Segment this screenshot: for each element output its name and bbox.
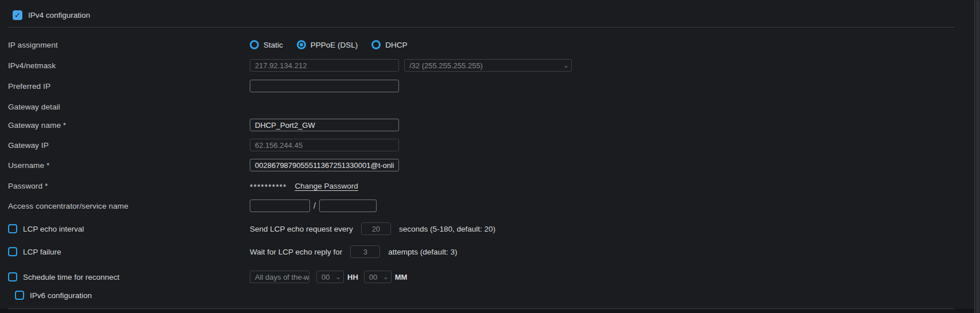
- lcp-echo-interval-label: LCP echo interval: [23, 225, 84, 233]
- schedule-reconnect-row: Schedule time for reconnect All days of …: [0, 270, 980, 284]
- gateway-name-row: Gateway name *: [0, 119, 980, 131]
- chevron-down-icon: ⌄: [301, 272, 307, 282]
- schedule-day-select[interactable]: All days of the w ⌄: [250, 271, 309, 283]
- ip-assignment-radio-group: Static PPPoE (DSL) DHCP: [250, 40, 408, 49]
- lcp-echo-text-before: Send LCP echo request every: [250, 225, 353, 233]
- slash-separator: /: [313, 201, 316, 210]
- hh-unit-label: HH: [347, 273, 358, 281]
- username-input[interactable]: [250, 159, 399, 171]
- preferred-ip-input[interactable]: [250, 80, 399, 92]
- access-concentrator-label: Access concentrator/service name: [8, 202, 250, 210]
- scrollbar-thumb[interactable]: [976, 0, 979, 313]
- chevron-down-icon: ⌄: [383, 272, 389, 282]
- ipv4-netmask-row: IPv4/netmask /32 (255.255.255.255) ⌄: [0, 59, 980, 72]
- gateway-name-label: Gateway name *: [8, 121, 250, 130]
- lcp-failure-label: LCP failure: [23, 248, 61, 256]
- lcp-echo-interval-checkbox[interactable]: [8, 224, 17, 233]
- password-label: Password *: [8, 182, 250, 190]
- ip-assignment-label: IP assignment: [8, 41, 250, 49]
- radio-static-circle[interactable]: [250, 40, 259, 49]
- mm-unit-label: MM: [395, 273, 408, 281]
- schedule-reconnect-label: Schedule time for reconnect: [23, 273, 119, 281]
- ipv4-netmask-label: IPv4/netmask: [8, 61, 250, 70]
- gateway-name-input[interactable]: [250, 119, 399, 131]
- schedule-reconnect-checkbox[interactable]: [8, 272, 17, 281]
- ipv4-configuration-row: ✓ IPv4 configuration: [0, 9, 980, 21]
- ipv4-address-input[interactable]: [250, 59, 399, 72]
- lcp-failure-row: LCP failure Wait for LCP echo reply for …: [0, 245, 980, 259]
- radio-static[interactable]: Static: [250, 40, 283, 49]
- lcp-failure-attempts-input[interactable]: [350, 245, 380, 258]
- gateway-ip-input[interactable]: [250, 139, 399, 151]
- gateway-detail-row: Gateway detail: [0, 102, 980, 111]
- lcp-echo-seconds-input[interactable]: [361, 222, 391, 235]
- access-concentrator-row: Access concentrator/service name /: [0, 199, 980, 213]
- check-icon: ✓: [14, 11, 21, 19]
- ipv4-configuration-label: IPv4 configuration: [28, 11, 90, 19]
- lcp-failure-text-before: Wait for LCP echo reply for: [250, 248, 342, 256]
- gateway-detail-heading: Gateway detail: [8, 103, 250, 111]
- access-concentrator-input[interactable]: [250, 199, 310, 212]
- schedule-hour-select[interactable]: 00 ⌄: [316, 271, 344, 283]
- password-row: Password * ********** Change Password: [0, 181, 980, 191]
- radio-dhcp[interactable]: DHCP: [371, 40, 407, 49]
- pppoe-interface-config-panel: ✓ IPv4 configuration IP assignment Stati…: [0, 0, 980, 313]
- gateway-ip-label: Gateway IP: [8, 141, 250, 150]
- gateway-ip-row: Gateway IP: [0, 139, 980, 151]
- netmask-select[interactable]: /32 (255.255.255.255) ⌄: [404, 59, 572, 72]
- radio-dhcp-circle[interactable]: [371, 40, 381, 49]
- lcp-failure-text-after: attempts (default: 3): [388, 248, 457, 256]
- ipv6-configuration-checkbox[interactable]: [15, 291, 24, 300]
- ipv6-configuration-row: IPv6 configuration: [0, 289, 980, 301]
- username-row: Username *: [0, 159, 980, 171]
- username-label: Username *: [8, 161, 250, 170]
- panel-footer-background: [0, 309, 980, 313]
- lcp-echo-text-after: seconds (5-180, default: 20): [399, 225, 495, 233]
- ipv6-configuration-label: IPv6 configuration: [30, 291, 92, 300]
- chevron-down-icon: ⌄: [563, 60, 569, 71]
- preferred-ip-label: Preferred IP: [8, 82, 250, 91]
- ip-assignment-row: IP assignment Static PPPoE (DSL) DHCP: [0, 38, 980, 51]
- radio-pppoe-circle[interactable]: [297, 40, 306, 49]
- section-divider: [8, 27, 954, 28]
- password-masked-value: **********: [250, 182, 286, 191]
- radio-pppoe-dsl[interactable]: PPPoE (DSL): [297, 40, 358, 49]
- preferred-ip-row: Preferred IP: [0, 80, 980, 92]
- change-password-link[interactable]: Change Password: [295, 182, 358, 190]
- lcp-echo-interval-row: LCP echo interval Send LCP echo request …: [0, 222, 980, 236]
- lcp-failure-checkbox[interactable]: [8, 247, 17, 256]
- schedule-minute-select[interactable]: 00 ⌄: [364, 271, 392, 283]
- ipv4-configuration-checkbox[interactable]: ✓: [13, 10, 22, 20]
- service-name-input[interactable]: [319, 199, 377, 212]
- vertical-scrollbar[interactable]: [974, 0, 980, 313]
- chevron-down-icon: ⌄: [335, 272, 341, 282]
